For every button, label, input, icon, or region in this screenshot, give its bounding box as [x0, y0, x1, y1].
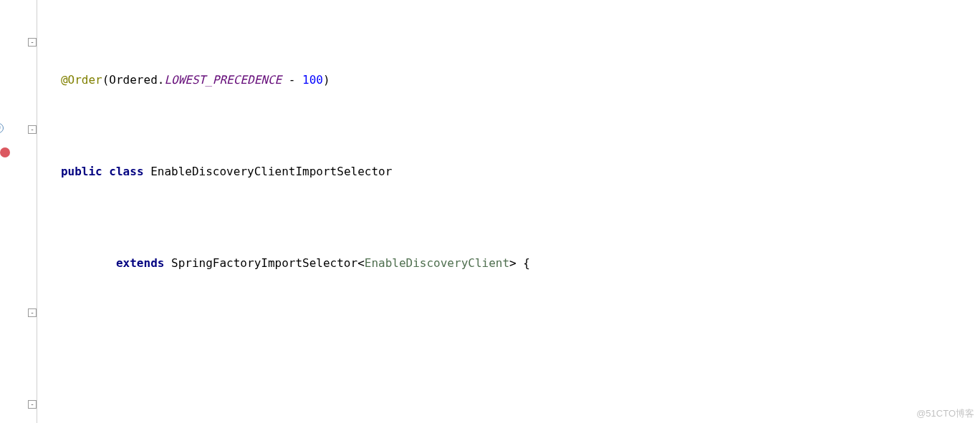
override-icon[interactable]: O: [0, 123, 4, 133]
breakpoint-dot[interactable]: [0, 147, 10, 157]
fold-icon[interactable]: -: [28, 38, 37, 47]
code-line[interactable]: public class EnableDiscoveryClientImport…: [37, 160, 980, 183]
code-line[interactable]: extends SpringFactoryImportSelector<Enab…: [37, 252, 980, 275]
code-editor[interactable]: O - - - - @Order(Ordered.LOWEST_PRECEDEN…: [0, 0, 980, 423]
fold-icon[interactable]: -: [28, 400, 37, 409]
code-line[interactable]: [37, 344, 980, 366]
gutter: O: [0, 0, 29, 423]
watermark: @51CTO博客: [916, 407, 974, 420]
fold-icon[interactable]: -: [28, 308, 37, 317]
fold-icon[interactable]: -: [28, 125, 37, 134]
code-area[interactable]: @Order(Ordered.LOWEST_PRECEDENCE - 100) …: [37, 0, 980, 423]
fold-gutter: - - - -: [29, 0, 37, 423]
code-line[interactable]: @Order(Ordered.LOWEST_PRECEDENCE - 100): [37, 69, 980, 92]
